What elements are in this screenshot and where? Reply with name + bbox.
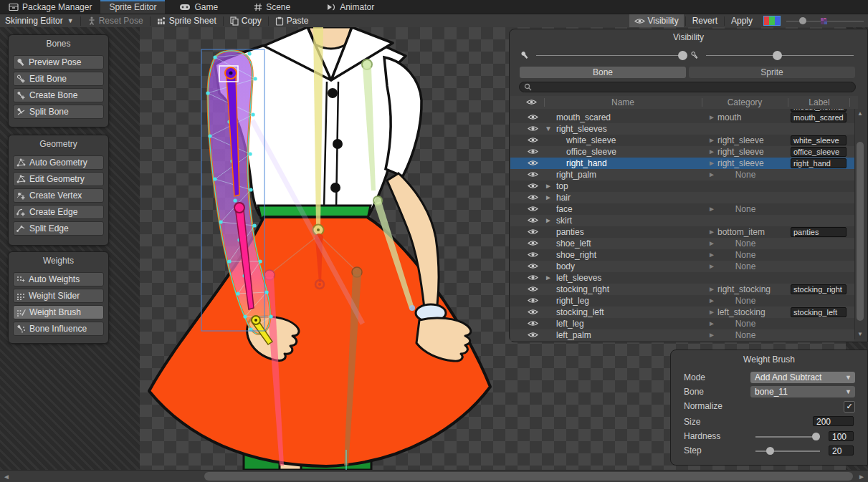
scrollbar-thumb[interactable] [857, 142, 864, 321]
row-label-input[interactable]: stocking_left [791, 307, 846, 317]
row-label-input[interactable]: panties [791, 227, 846, 237]
category-disclosure-icon[interactable]: ► [708, 135, 715, 146]
scroll-up-icon[interactable]: ▲ [855, 110, 865, 117]
category-disclosure-icon[interactable]: ► [708, 158, 715, 169]
visibility-row[interactable]: face►None [510, 203, 854, 215]
create-edge-button[interactable]: Create Edge [13, 205, 104, 219]
slider-handle[interactable] [812, 433, 820, 440]
visibility-row[interactable]: ►left_sleeves [510, 272, 854, 284]
foldout-collapsed-icon[interactable]: ► [545, 180, 552, 192]
zoom-slider[interactable] [786, 14, 864, 27]
visibility-toggle-button[interactable]: Visibility [629, 14, 684, 27]
weight-slider-button[interactable]: Weight Slider [13, 289, 104, 303]
bone-opacity-slider[interactable] [519, 49, 691, 62]
edit-bone-icon [16, 74, 26, 83]
mode-dropdown[interactable]: Add And Subtract ▼ [750, 372, 855, 383]
split-bone-button[interactable]: Split Bone [13, 105, 104, 119]
tab-animator[interactable]: Animator [318, 0, 383, 14]
bone-dropdown[interactable]: bone_11 ▼ [750, 386, 855, 397]
slider-handle[interactable] [678, 51, 687, 60]
visibility-row[interactable]: ►hair [510, 192, 854, 203]
step-field[interactable]: 20 [829, 445, 854, 456]
column-label[interactable]: Label [793, 97, 845, 107]
table-scrollbar[interactable]: ▲ ▼ [854, 109, 865, 339]
create-bone-button[interactable]: Create Bone [13, 88, 104, 102]
category-disclosure-icon[interactable]: ► [708, 284, 715, 295]
visibility-row[interactable]: mouth_scared►mouthmouth_scared [510, 112, 854, 123]
visibility-row[interactable]: ▼right_sleeves [510, 123, 854, 135]
visibility-row[interactable]: right_hand►right_sleeveright_hand [510, 158, 854, 169]
edit-bone-button[interactable]: Edit Bone [13, 72, 104, 86]
slider-handle[interactable] [766, 447, 774, 455]
split-edge-button[interactable]: Split Edge [13, 221, 104, 236]
scroll-down-icon[interactable]: ▼ [855, 331, 865, 338]
visibility-row[interactable]: body►None [510, 261, 854, 272]
visibility-row[interactable]: panties►bottom_itempanties [510, 226, 854, 238]
foldout-collapsed-icon[interactable]: ► [545, 192, 552, 203]
visibility-row[interactable]: stocking_left►left_stockingstocking_left [510, 307, 854, 318]
bone-influence-button[interactable]: Bone Influence [13, 322, 104, 336]
reset-pose-button[interactable]: Reset Pose [82, 14, 148, 27]
row-label-input[interactable]: office_sleeve [791, 147, 846, 157]
auto-geometry-button[interactable]: Auto Geometry [13, 155, 104, 170]
category-disclosure-icon[interactable]: ► [708, 112, 715, 123]
visibility-row[interactable]: shoe_left►None [510, 238, 854, 249]
step-slider[interactable] [755, 445, 820, 456]
category-disclosure-icon[interactable]: ► [708, 146, 715, 158]
auto-weights-button[interactable]: Auto Weights [13, 272, 104, 286]
scroll-right-icon[interactable]: ► [858, 473, 865, 481]
visibility-row[interactable]: right_palm►None [510, 169, 854, 180]
weight-brush-button[interactable]: Weight Brush [13, 305, 104, 319]
foldout-collapsed-icon[interactable]: ► [545, 272, 552, 284]
create-vertex-button[interactable]: Create Vertex [13, 188, 104, 203]
row-label-input[interactable]: right_hand [791, 158, 846, 168]
tab-game[interactable]: Game [171, 0, 226, 14]
tab-scene[interactable]: Scene [245, 0, 299, 14]
paste-button[interactable]: Paste [270, 14, 314, 27]
category-disclosure-icon[interactable]: ► [708, 307, 715, 318]
visibility-row[interactable]: ►skirt [510, 215, 854, 226]
slider-handle[interactable] [773, 51, 782, 60]
hardness-field[interactable]: 100 [829, 431, 854, 441]
tab-bone[interactable]: Bone [520, 67, 686, 78]
scrollbar-thumb[interactable] [204, 472, 853, 481]
column-category[interactable]: Category [709, 97, 781, 107]
visibility-row[interactable]: left_palm►None [510, 329, 854, 341]
normalize-checkbox[interactable]: ✓ [844, 401, 855, 413]
preview-pose-button[interactable]: Preview Pose [13, 55, 104, 69]
tab-package-manager[interactable]: Package Manager [0, 0, 100, 14]
row-label-input[interactable]: stocking_right [791, 284, 846, 294]
scroll-left-icon[interactable]: ◄ [3, 473, 10, 481]
skinning-editor-dropdown[interactable]: Skinning Editor ▼ [0, 14, 79, 27]
visibility-row[interactable]: white_sleeve►right_sleevewhite_sleeve [510, 135, 854, 146]
visibility-row[interactable]: stocking_right►right_stockingstocking_ri… [510, 284, 854, 295]
column-name[interactable]: Name [558, 97, 687, 107]
bone-value: bone_11 [755, 387, 788, 397]
tab-sprite[interactable]: Sprite [689, 67, 855, 78]
search-input[interactable] [519, 82, 856, 92]
foldout-expanded-icon[interactable]: ▼ [545, 123, 552, 135]
row-category: mouth [717, 112, 741, 123]
visibility-row[interactable]: right_leg►None [510, 295, 854, 307]
visibility-row[interactable]: office_sleeve►right_sleeveoffice_sleeve [510, 146, 854, 158]
foldout-collapsed-icon[interactable]: ► [545, 215, 552, 226]
size-field[interactable]: 200 [813, 416, 854, 426]
edit-geometry-button[interactable]: Edit Geometry [13, 172, 104, 186]
apply-button[interactable]: Apply [726, 14, 758, 27]
category-disclosure-icon[interactable]: ► [708, 226, 715, 238]
bone-label: Bone [684, 387, 704, 397]
visibility-row[interactable]: shoe_right►None [510, 249, 854, 261]
row-label-input[interactable]: mouth_scared [791, 112, 846, 122]
visibility-row[interactable]: ►top [510, 180, 854, 192]
canvas-horizontal-scrollbar[interactable]: ◄ ► [0, 470, 868, 482]
copy-button[interactable]: Copy [225, 14, 267, 27]
hardness-slider[interactable] [755, 431, 820, 441]
rgb-channels-button[interactable] [763, 16, 781, 26]
row-label-input[interactable]: white_sleeve [791, 135, 846, 145]
sprite-opacity-slider[interactable] [689, 49, 858, 62]
sprite-sheet-button[interactable]: Sprite Sheet [152, 14, 221, 27]
revert-button[interactable]: Revert [687, 14, 722, 27]
tab-sprite-editor[interactable]: Sprite Editor [100, 0, 165, 14]
zoom-slider-handle[interactable] [799, 17, 806, 24]
visibility-row[interactable]: left_leg►None [510, 318, 854, 329]
